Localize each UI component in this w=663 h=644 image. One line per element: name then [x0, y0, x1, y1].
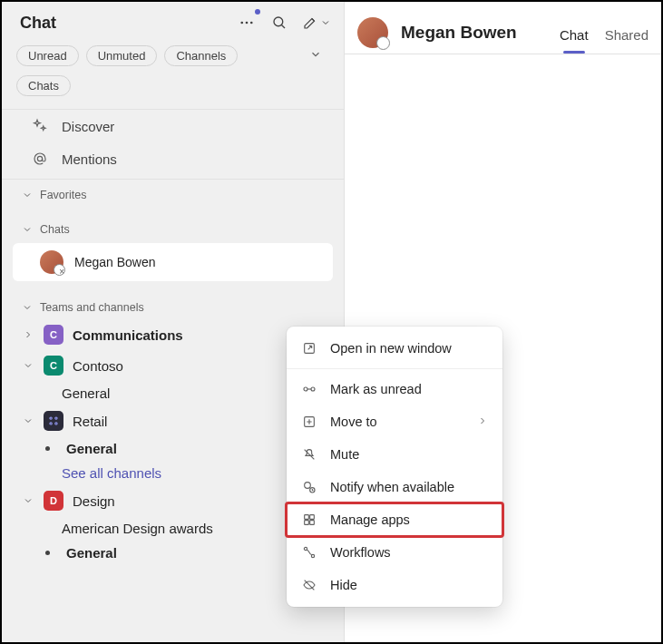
channel-label: General [62, 385, 110, 401]
ctx-label: Open in new window [330, 341, 452, 356]
ctx-mute[interactable]: Mute [287, 438, 502, 471]
mark-unread-icon [301, 381, 317, 397]
section-teams-label: Teams and channels [40, 301, 144, 314]
avatar[interactable] [357, 17, 388, 48]
ctx-label: Workflows [330, 545, 391, 560]
open-new-window-icon [301, 340, 317, 356]
chevron-down-icon [22, 224, 33, 235]
context-menu: Open in new window Mark as unread Move t… [287, 327, 502, 607]
svg-rect-19 [310, 521, 315, 525]
chevron-right-icon [477, 415, 488, 429]
chat-item-selected[interactable]: Megan Bowen [13, 243, 333, 281]
channel-label: General [66, 545, 117, 561]
link-label: See all channels [62, 465, 161, 481]
nav-discover[interactable]: Discover [2, 110, 344, 142]
filter-pill-chats[interactable]: Chats [16, 75, 71, 96]
compose-icon [302, 15, 318, 31]
notification-dot-icon [255, 9, 260, 15]
section-favorites-label: Favorites [40, 189, 86, 201]
section-chats[interactable]: Chats [2, 214, 344, 241]
ctx-label: Notify when available [330, 480, 454, 494]
divider [287, 368, 502, 369]
svg-point-2 [250, 22, 253, 24]
svg-rect-18 [305, 521, 309, 525]
chevron-down-icon [22, 190, 33, 200]
filter-row: Unread Unmuted Channels [2, 42, 344, 75]
ctx-hide[interactable]: Hide [287, 569, 502, 601]
search-button[interactable] [269, 13, 289, 33]
svg-point-20 [304, 547, 307, 550]
chevron-down-icon [320, 17, 331, 28]
ctx-notify-available[interactable]: Notify when available [287, 471, 502, 503]
ctx-label: Hide [330, 578, 357, 592]
filters-expand-button[interactable] [309, 48, 329, 63]
team-label: Retail [73, 414, 107, 429]
sidebar-header: Chat [2, 7, 344, 42]
mute-icon [301, 446, 317, 463]
svg-point-3 [274, 17, 283, 26]
svg-line-4 [281, 24, 285, 28]
chevron-down-icon [309, 48, 322, 61]
grid-icon [47, 415, 60, 427]
notify-icon [301, 479, 317, 495]
sidebar-title: Chat [20, 14, 237, 33]
svg-point-1 [246, 22, 249, 24]
ctx-move-to[interactable]: Move to [287, 405, 502, 438]
chevron-down-icon [22, 415, 34, 426]
chat-item-name: Megan Bowen [74, 255, 156, 269]
team-badge: D [44, 491, 63, 511]
ctx-label: Mute [330, 447, 359, 462]
ctx-manage-apps[interactable]: Manage apps [287, 503, 502, 536]
more-options-button[interactable] [237, 13, 257, 33]
svg-point-6 [50, 417, 52, 419]
svg-rect-16 [305, 515, 309, 520]
filter-row-2: Chats [2, 75, 344, 105]
svg-point-5 [37, 156, 42, 161]
team-badge [44, 411, 63, 431]
chat-tabs: Chat Shared [560, 11, 648, 54]
section-teams[interactable]: Teams and channels [2, 292, 344, 319]
svg-point-12 [311, 387, 315, 391]
svg-point-7 [55, 417, 57, 419]
section-favorites[interactable]: Favorites [2, 180, 344, 207]
ctx-label: Manage apps [330, 512, 410, 527]
sidebar-actions [237, 13, 331, 33]
nav-discover-label: Discover [62, 119, 114, 134]
filter-pill-unmuted[interactable]: Unmuted [86, 45, 158, 66]
team-badge: C [44, 356, 63, 376]
nav-mentions[interactable]: Mentions [2, 142, 344, 175]
chat-header: Megan Bowen Chat Shared [345, 2, 661, 54]
ctx-open-new-window[interactable]: Open in new window [287, 332, 502, 365]
filter-pill-channels[interactable]: Channels [164, 45, 238, 66]
filter-pill-unread[interactable]: Unread [16, 45, 79, 66]
tab-chat[interactable]: Chat [560, 27, 589, 54]
avatar [40, 250, 63, 274]
unread-dot-icon [45, 446, 50, 451]
mention-icon [31, 150, 49, 168]
svg-point-9 [55, 423, 57, 424]
team-label: Communications [73, 327, 183, 343]
hide-icon [301, 577, 317, 593]
team-badge: C [44, 325, 63, 345]
channel-label: American Design awards [62, 521, 213, 536]
svg-point-8 [50, 423, 52, 424]
compose-button[interactable] [302, 13, 331, 33]
ctx-mark-unread[interactable]: Mark as unread [287, 373, 502, 405]
chat-title: Megan Bowen [401, 23, 547, 43]
svg-point-14 [305, 483, 311, 489]
section-chats-label: Chats [40, 223, 70, 236]
chevron-down-icon [22, 302, 33, 313]
sparkle-icon [31, 117, 49, 135]
unread-dot-icon [45, 551, 50, 555]
ctx-label: Move to [330, 415, 377, 429]
ctx-workflows[interactable]: Workflows [287, 536, 502, 569]
workflows-icon [301, 544, 317, 561]
apps-icon [301, 512, 317, 528]
channel-label: General [66, 441, 117, 456]
team-label: Design [73, 493, 115, 509]
more-horizontal-icon [239, 15, 255, 31]
tab-shared[interactable]: Shared [605, 27, 648, 54]
svg-point-21 [311, 554, 314, 557]
chevron-right-icon [22, 329, 34, 340]
chevron-down-icon [22, 495, 34, 506]
